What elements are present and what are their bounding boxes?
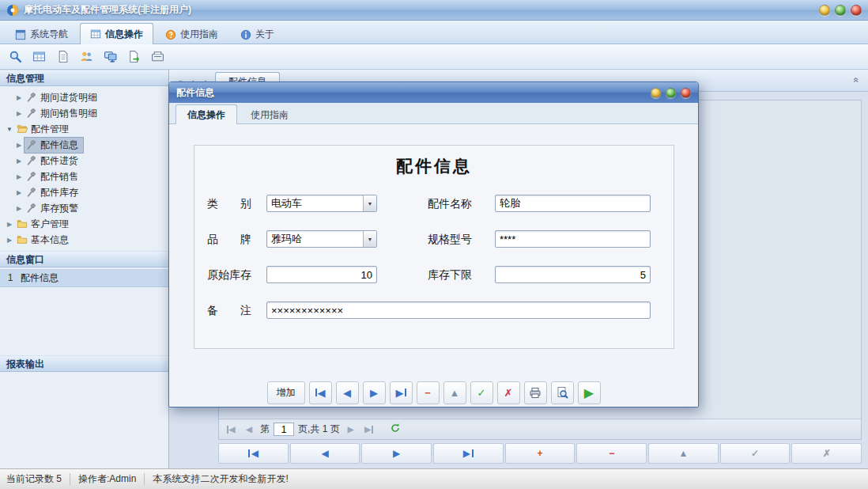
tree-item-period-sales-detail[interactable]: 期间销售明细	[0, 105, 168, 121]
record-confirm-button[interactable]: ✓	[720, 443, 791, 464]
minus-icon: −	[609, 448, 614, 459]
window-item-index: 1	[0, 272, 21, 283]
edit-record-button[interactable]: ▲	[443, 381, 466, 404]
dialog-title: 配件信息	[176, 86, 214, 100]
toolbar	[0, 44, 868, 70]
bar-glyph	[472, 449, 474, 457]
record-cancel-button[interactable]: ✗	[791, 443, 862, 464]
expand-arrow-icon[interactable]	[14, 142, 24, 149]
expand-arrow-icon[interactable]	[5, 221, 14, 228]
dialog-tab-info-operations[interactable]: 信息操作	[175, 104, 237, 124]
toolbar-document-button[interactable]	[52, 47, 73, 67]
dialog-maximize-button[interactable]	[666, 88, 676, 98]
users-icon	[80, 50, 93, 63]
dialog-button-bar: 增加 ◀ ◀ ▶ ▶ − ▲ ✓ ✗ ▶	[169, 379, 698, 406]
run-button[interactable]: ▶	[578, 381, 601, 404]
nav-prev-button[interactable]: ◀	[336, 381, 359, 404]
original-stock-input[interactable]	[266, 266, 377, 283]
pager-suffix: 页,共 1 页	[298, 423, 340, 436]
parts-form-panel: 配件信息 类 别 电动车 配件名称 品 牌 雅玛哈 规格型号 原始库存 库存下限	[194, 145, 674, 349]
tree-item-period-purchase-detail[interactable]: 期间进货明细	[0, 89, 168, 105]
tree-item-parts-purchase[interactable]: 配件进货	[0, 153, 168, 169]
nav-last-button[interactable]: ▶	[390, 381, 413, 404]
expand-arrow-icon[interactable]	[14, 205, 24, 212]
dropdown-arrow-icon[interactable]	[363, 195, 376, 211]
cross-icon: ✗	[504, 387, 513, 399]
record-prev-button[interactable]: ◀	[290, 443, 360, 464]
collapse-arrow-icon[interactable]	[5, 126, 14, 133]
sidebar-header-report-output: 报表输出	[0, 355, 168, 372]
preview-button[interactable]	[551, 381, 574, 404]
tree-item-parts-sales[interactable]: 配件销售	[0, 169, 168, 184]
tab-about[interactable]: 关于	[230, 25, 285, 44]
tab-system-navigation[interactable]: 系统导航	[5, 25, 78, 44]
category-label: 类 别	[207, 197, 251, 211]
delete-record-button[interactable]: −	[417, 381, 440, 404]
app-logo-icon	[6, 4, 19, 17]
expand-arrow-icon[interactable]	[14, 189, 24, 196]
print-button[interactable]	[524, 381, 547, 404]
toolbar-monitors-button[interactable]	[100, 47, 120, 67]
tree-item-parts-inventory[interactable]: 配件库存	[0, 184, 168, 200]
expand-arrow-icon[interactable]	[14, 157, 24, 165]
confirm-button[interactable]: ✓	[470, 381, 493, 404]
dialog-tab-user-guide[interactable]: 使用指南	[239, 105, 300, 123]
record-edit-button[interactable]: ▲	[648, 443, 719, 464]
record-delete-button[interactable]: −	[576, 443, 647, 464]
pager-next-button[interactable]	[344, 423, 358, 437]
dialog-minimize-button[interactable]	[651, 88, 661, 98]
maximize-button[interactable]	[835, 5, 846, 16]
info-window-item[interactable]: 1 配件信息	[0, 269, 168, 287]
dialog-close-button[interactable]	[681, 88, 691, 98]
page-number-input[interactable]	[274, 423, 294, 436]
remark-input[interactable]	[266, 301, 651, 319]
pager-last-button[interactable]	[362, 423, 376, 437]
toolbar-users-button[interactable]	[76, 47, 96, 67]
sidebar-header-info-windows: 信息窗口	[0, 251, 168, 267]
toolbar-archive-button[interactable]	[147, 47, 168, 67]
expand-arrow-icon[interactable]	[5, 237, 14, 244]
toolbar-search-button[interactable]	[5, 47, 25, 67]
stock-limit-input[interactable]	[495, 266, 651, 283]
spec-input[interactable]	[495, 230, 651, 248]
cancel-record-button[interactable]: ✗	[497, 381, 520, 404]
toolbar-export-button[interactable]	[123, 47, 144, 67]
record-next-button[interactable]: ▶	[361, 443, 432, 464]
tab-info-operations[interactable]: 信息操作	[80, 23, 153, 44]
tool-icon	[26, 92, 37, 103]
tree-item-parts-info[interactable]: 配件信息	[0, 137, 168, 153]
minimize-button[interactable]	[819, 5, 830, 16]
expand-arrow-icon[interactable]	[14, 110, 24, 117]
refresh-button[interactable]	[388, 423, 402, 437]
tree-item-stock-alert[interactable]: 库存预警	[0, 200, 168, 216]
statusbar-divider	[144, 473, 145, 485]
tree-item-customer-management[interactable]: 客户管理	[0, 216, 168, 232]
collapse-panel-icon[interactable]	[849, 73, 863, 87]
pager-prev-button[interactable]	[242, 423, 256, 437]
record-first-button[interactable]: ◀	[218, 443, 289, 464]
cross-icon: ✗	[823, 448, 831, 459]
sidebar-header-info-management: 信息管理	[0, 70, 168, 86]
nav-next-button[interactable]: ▶	[363, 381, 386, 404]
part-name-input[interactable]	[495, 195, 651, 212]
brand-select[interactable]: 雅玛哈	[266, 230, 377, 248]
record-last-button[interactable]: ▶	[433, 443, 504, 464]
category-select[interactable]: 电动车	[266, 195, 377, 212]
info-window-list: 1 配件信息	[0, 267, 168, 287]
dropdown-arrow-icon[interactable]	[363, 231, 376, 247]
tree-item-basic-info[interactable]: 基本信息	[0, 232, 168, 248]
tab-user-guide[interactable]: 使用指南	[155, 25, 228, 44]
record-add-button[interactable]: +	[505, 443, 576, 464]
expand-arrow-icon[interactable]	[14, 94, 24, 101]
tool-icon	[26, 155, 37, 166]
close-button[interactable]	[851, 5, 862, 16]
tree-item-parts-management[interactable]: 配件管理	[0, 121, 168, 137]
pager-first-button[interactable]	[224, 423, 238, 437]
expand-arrow-icon[interactable]	[14, 173, 24, 180]
stock-limit-label: 库存下限	[428, 268, 472, 282]
nav-first-button[interactable]: ◀	[309, 381, 332, 404]
info-icon	[240, 29, 251, 40]
add-button[interactable]: 增加	[267, 381, 305, 404]
toolbar-table-button[interactable]	[28, 47, 49, 67]
record-nav-bar: ◀ ◀ ▶ ▶ + − ▲ ✓ ✗	[218, 443, 862, 464]
